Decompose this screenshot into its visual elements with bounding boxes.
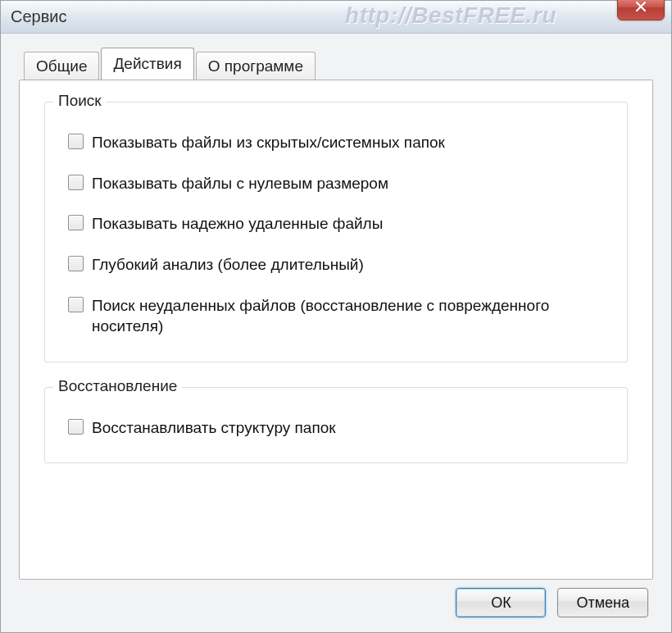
group-restore-title: Восстановление [53, 377, 182, 395]
checkbox-label: Показывать надежно удаленные файлы [92, 213, 383, 235]
check-row-secure-deleted: Показывать надежно удаленные файлы [68, 213, 609, 235]
check-row-deep-scan: Глубокий анализ (более длительный) [68, 254, 609, 276]
cancel-button[interactable]: Отмена [557, 588, 648, 617]
tab-about[interactable]: О программе [196, 52, 316, 80]
checkbox-label: Показывать файлы из скрытых/системных па… [92, 132, 445, 153]
check-row-hidden-system: Показывать файлы из скрытых/системных па… [68, 132, 609, 153]
tab-actions[interactable]: Действия [101, 48, 193, 80]
close-button[interactable] [617, 0, 665, 20]
check-row-zero-size: Показывать файлы с нулевым размером [68, 173, 609, 194]
group-restore: Восстановление Восстанавливать структуру… [44, 387, 628, 464]
group-search: Поиск Показывать файлы из скрытых/систем… [44, 102, 628, 362]
checkbox-label: Показывать файлы с нулевым размером [92, 173, 388, 194]
tab-general[interactable]: Общие [24, 52, 99, 80]
check-row-non-deleted: Поиск неудаленных файлов (восстановление… [68, 295, 609, 337]
checkbox-label: Восстанавливать структуру папок [92, 417, 336, 439]
close-icon [634, 0, 647, 17]
checkbox-non-deleted[interactable] [68, 297, 84, 312]
checkbox-zero-size[interactable] [68, 175, 84, 190]
group-search-title: Поиск [53, 92, 107, 110]
ok-button[interactable]: ОК [456, 588, 546, 617]
checkbox-label: Глубокий анализ (более длительный) [92, 254, 364, 276]
window-title: Сервис [11, 7, 67, 26]
checkbox-label: Поиск неудаленных файлов (восстановление… [92, 295, 551, 337]
checkbox-folder-structure[interactable] [68, 419, 84, 435]
check-row-folder-structure: Восстанавливать структуру папок [68, 417, 609, 439]
tab-panel-actions: Поиск Показывать файлы из скрытых/систем… [19, 80, 653, 580]
client-area: Общие Действия О программе Поиск Показыв… [1, 34, 671, 632]
window-frame: Сервис http://BestFREE.ru Общие Действия… [0, 0, 672, 633]
tab-row: Общие Действия О программе [24, 48, 653, 80]
checkbox-hidden-system[interactable] [68, 134, 84, 149]
titlebar: Сервис http://BestFREE.ru [1, 1, 671, 34]
checkbox-deep-scan[interactable] [68, 256, 84, 271]
watermark-text: http://BestFREE.ru [345, 2, 556, 29]
dialog-buttons: ОК Отмена [456, 588, 648, 617]
checkbox-secure-deleted[interactable] [68, 215, 84, 230]
